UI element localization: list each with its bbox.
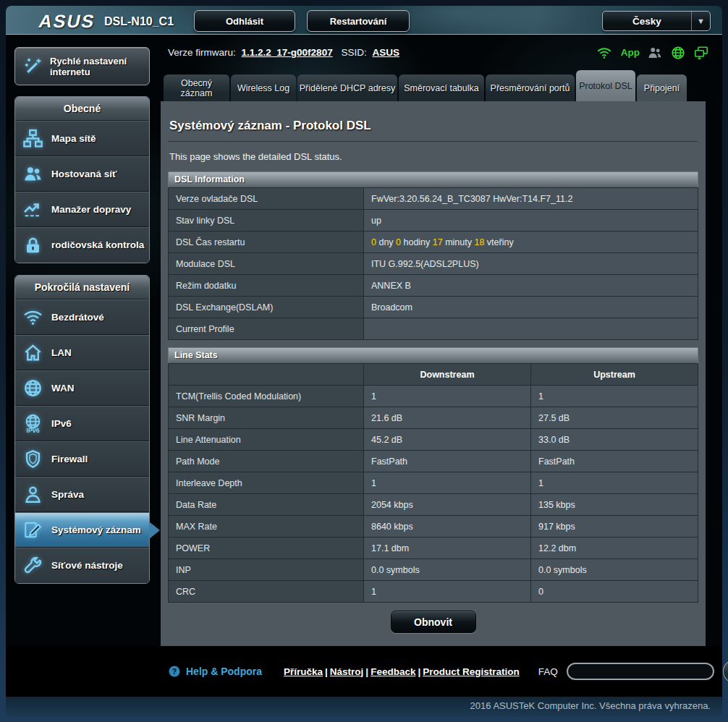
table-row: Režim dodatkuANNEX B <box>169 275 698 297</box>
footer-bar: ? Help & Podpora Příručka|Nástroj|Feedba… <box>6 646 722 697</box>
tab-label: Připojení <box>644 83 680 93</box>
row-value: 0 dny 0 hodiny 17 minuty 18 vteřiny <box>364 232 698 253</box>
row-label: INP <box>169 559 364 581</box>
tab-label: Protokol DSL <box>579 81 632 91</box>
sidebar-item-label: Systémový záznam <box>51 524 141 536</box>
sidebar-item-parental-control[interactable]: rodičovská kontrola <box>15 227 149 263</box>
row-label: Current Profile <box>169 318 364 340</box>
devices-icon[interactable] <box>693 45 709 61</box>
page-description: This page shows the detailed DSL status. <box>169 151 697 162</box>
tab-dhcp-leases[interactable]: Přidělené DHCP adresy <box>297 75 397 101</box>
title-divider <box>168 141 698 142</box>
column-header-downstream: Downstream <box>364 364 531 386</box>
row-label: Path Mode <box>169 451 364 472</box>
help-support[interactable]: ? Help & Podpora <box>168 665 262 678</box>
internet-status-icon[interactable] <box>670 45 686 61</box>
tab-port-forwarding[interactable]: Přesměrování portů <box>486 75 575 101</box>
app-label[interactable]: App <box>621 47 640 58</box>
table-row: Current Profile <box>169 318 698 340</box>
row-label: DSL Exchange(DSLAM) <box>169 297 364 318</box>
sidebar-item-administration[interactable]: Správa <box>15 477 149 512</box>
refresh-button[interactable]: Obnovit <box>391 611 476 633</box>
sidebar-item-label: Síťové nástroje <box>51 560 123 572</box>
footer-links: Příručka|Nástroj|Feedback|Product Regist… <box>284 666 520 677</box>
wifi-icon <box>20 307 46 328</box>
downstream-value: 8640 kbps <box>364 516 531 538</box>
model-name: DSL-N10_C1 <box>104 15 174 28</box>
sidebar-item-lan[interactable]: LAN <box>15 335 149 370</box>
row-label: SNR Margin <box>169 407 364 429</box>
sidebar-item-label: LAN <box>51 347 72 359</box>
sidebar-item-network-map[interactable]: Mapa sítě <box>15 121 149 156</box>
tab-bar: Obecný záznamWireless LogPřidělené DHCP … <box>164 70 687 101</box>
clients-icon[interactable] <box>647 45 663 61</box>
downstream-value: 21.6 dB <box>364 407 531 429</box>
downstream-value: 1 <box>364 472 531 494</box>
sidebar-section-0: ObecnéMapa sítěHostovaná síťManažer dopr… <box>14 96 150 263</box>
tab-connections[interactable]: Připojení <box>637 75 687 101</box>
page-title: Systémový záznam - Protokol DSL <box>169 119 697 133</box>
ipv6-icon: IPv6 <box>20 413 46 434</box>
tab-wireless-log[interactable]: Wireless Log <box>231 75 296 101</box>
upstream-value: FastPath <box>531 451 698 472</box>
row-value: up <box>364 210 698 232</box>
sidebar-item-guest-network[interactable]: Hostovaná síť <box>15 156 149 192</box>
search-button[interactable] <box>723 660 728 683</box>
logout-button[interactable]: Odhlásit <box>194 10 295 32</box>
sidebar-item-label: rodičovská kontrola <box>51 239 144 251</box>
row-value: FwVer:3.20.56.24_B_TC3087 HwVer:T14.F7_1… <box>364 188 698 210</box>
footer-link-1[interactable]: Nástroj <box>330 666 364 677</box>
footer-link-0[interactable]: Příručka <box>284 666 323 677</box>
tab-general-log[interactable]: Obecný záznam <box>164 75 229 101</box>
upstream-value: 1 <box>531 472 698 494</box>
tab-dsl-log[interactable]: Protokol DSL <box>576 70 635 101</box>
row-label: Line Attenuation <box>169 429 364 451</box>
tab-label: Přidělené DHCP adresy <box>300 83 395 93</box>
language-select[interactable]: Česky ▼ <box>602 11 711 31</box>
quick-internet-setup-button[interactable]: Rychlé nastavení internetu <box>14 47 150 85</box>
upstream-value: 135 kbps <box>531 494 698 516</box>
ssid-link[interactable]: ASUS <box>372 47 399 58</box>
tab-routing-table[interactable]: Směrovací tabulka <box>399 75 484 101</box>
column-header-upstream: Upstream <box>531 364 698 386</box>
svg-text:?: ? <box>172 667 177 676</box>
sidebar-item-system-log[interactable]: Systémový záznam <box>15 512 149 548</box>
downstream-value: 1 <box>364 386 531 407</box>
sidebar-item-wireless[interactable]: Bezdrátové <box>15 300 149 335</box>
row-label: Stav linky DSL <box>169 210 364 232</box>
tab-label: Obecný záznam <box>165 78 228 98</box>
row-label: Verze ovladače DSL <box>169 188 364 210</box>
ssid-label: SSID: <box>341 47 366 58</box>
reboot-button[interactable]: Restartování <box>307 10 410 32</box>
sidebar-item-label: Správa <box>51 489 84 501</box>
sidebar-item-network-tools[interactable]: Síťové nástroje <box>15 548 149 583</box>
row-label: CRC <box>169 581 364 603</box>
row-value: ANNEX B <box>364 275 698 297</box>
table-row: Line Attenuation45.2 dB33.0 dB <box>169 429 698 451</box>
sidebar-item-ipv6[interactable]: IPv6IPv6 <box>15 406 149 441</box>
downstream-value: 2054 kbps <box>364 494 531 516</box>
faq-label: FAQ <box>538 666 558 677</box>
footer-link-2[interactable]: Feedback <box>371 666 415 677</box>
upstream-value: 12.2 dbm <box>531 538 698 559</box>
row-label: TCM(Trellis Coded Modulation) <box>169 386 364 407</box>
table-row: POWER17.1 dbm12.2 dbm <box>169 538 698 559</box>
shield-icon <box>20 449 46 470</box>
firmware-version-link[interactable]: 1.1.2.2_17-g00f2807 <box>242 47 333 58</box>
magic-wand-icon <box>20 56 46 77</box>
sidebar-item-label: Hostovaná síť <box>51 169 117 180</box>
wifi-status-icon[interactable] <box>596 45 612 61</box>
main-panel: Systémový záznam - Protokol DSL This pag… <box>161 101 706 646</box>
sidebar-section-title: Obecné <box>15 97 149 121</box>
faq-search-input[interactable] <box>567 663 714 680</box>
row-label: Data Rate <box>169 494 364 516</box>
sidebar-item-traffic-manager[interactable]: Manažer dopravy <box>15 192 149 227</box>
language-label: Česky <box>603 16 691 27</box>
table-row: Modulace DSLITU G.992.5(ADSL2PLUS) <box>169 253 698 275</box>
sidebar-item-firewall[interactable]: Firewall <box>15 441 149 477</box>
row-label: MAX Rate <box>169 516 364 538</box>
sidebar-item-wan[interactable]: WAN <box>15 370 149 406</box>
row-value: ITU G.992.5(ADSL2PLUS) <box>364 253 698 275</box>
footer-link-3[interactable]: Product Registration <box>423 666 520 677</box>
table-row: TCM(Trellis Coded Modulation)11 <box>169 386 698 407</box>
